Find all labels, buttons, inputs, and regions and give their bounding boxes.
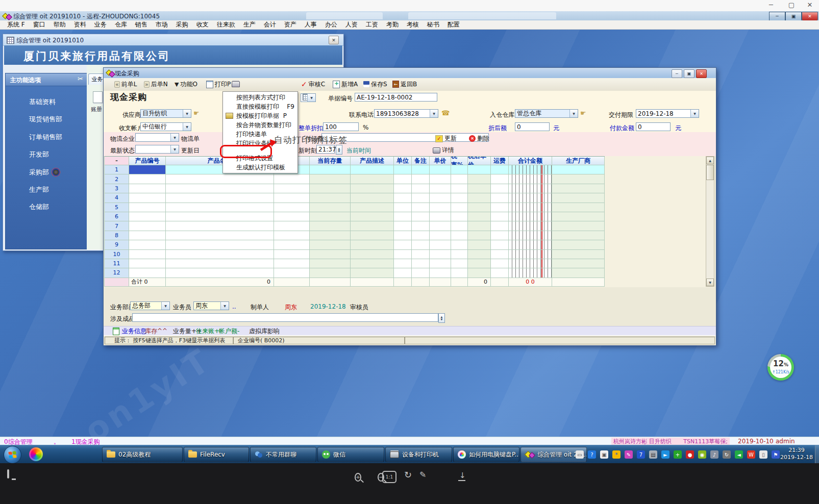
dialog-restore-icon[interactable]: ▣: [684, 69, 694, 78]
cell-r4-c0[interactable]: 4: [105, 193, 129, 203]
scrollbar-thumb[interactable]: [706, 165, 714, 180]
sidebar-item-5[interactable]: 生产部: [6, 185, 87, 195]
cell-r3-c4[interactable]: [310, 184, 351, 193]
cell-r11-c4[interactable]: [310, 259, 351, 268]
cell-r6-c7[interactable]: [412, 212, 430, 221]
taskbar-button-5[interactable]: 如何用电脑键盘P...: [453, 447, 519, 462]
column-header-8[interactable]: 单价: [430, 157, 451, 165]
menubar-item-7[interactable]: 市场: [152, 20, 172, 29]
print-menu-item-8[interactable]: 生成默认打印模板: [223, 163, 297, 172]
cell-r6-c9[interactable]: [451, 212, 468, 221]
taskbar-button-4[interactable]: 设备和打印机: [385, 447, 452, 462]
taskbar-button-3[interactable]: 微信: [317, 447, 384, 462]
cell-r5-c12[interactable]: [509, 203, 552, 212]
outer-minimize-icon[interactable]: ─: [764, 1, 778, 9]
column-header-1[interactable]: 产品编号: [129, 157, 166, 165]
cell-r5-c0[interactable]: 5: [105, 203, 129, 212]
cell-r4-c12[interactable]: [509, 193, 552, 203]
table-scrollbar[interactable]: ▲ ▼: [706, 156, 714, 287]
cell-r6-c11[interactable]: [491, 212, 509, 221]
cell-r6-c4[interactable]: [310, 212, 351, 221]
cell-r11-c8[interactable]: [430, 259, 451, 268]
flash-tray-icon[interactable]: 7: [637, 450, 645, 459]
cell-r5-c6[interactable]: [394, 203, 412, 212]
arrow-tray-icon[interactable]: ►: [661, 450, 669, 459]
cell-r3-c2[interactable]: [166, 184, 274, 193]
cell-r12-c2[interactable]: [166, 268, 274, 278]
flag-tray-icon[interactable]: ⚑: [772, 450, 780, 459]
cell-r6-c0[interactable]: 6: [105, 212, 129, 221]
discounted-field[interactable]: 0: [515, 122, 550, 131]
cell-r9-c8[interactable]: [430, 240, 451, 249]
column-header-5[interactable]: 产品描述: [351, 157, 394, 165]
printer-quick-button[interactable]: [230, 79, 241, 89]
dialog-minimize-icon[interactable]: ─: [672, 69, 682, 78]
screen-icon[interactable]: [7, 470, 9, 477]
cell-r4-c10[interactable]: [468, 193, 491, 203]
update-time-field[interactable]: 21:37: [316, 145, 335, 154]
menubar-item-20[interactable]: 秘书: [423, 20, 443, 29]
cell-r12-c4[interactable]: [310, 268, 351, 278]
cell-r2-c8[interactable]: [430, 174, 451, 184]
cell-r9-c13[interactable]: [552, 240, 605, 249]
cell-r1-c7[interactable]: [412, 165, 430, 174]
cell-r1-c11[interactable]: [491, 165, 509, 174]
menubar-item-0[interactable]: 系统 F: [3, 20, 29, 29]
cell-r4-c2[interactable]: [166, 193, 274, 203]
rotate-icon[interactable]: ↻: [404, 469, 412, 480]
cell-r9-c1[interactable]: [129, 240, 166, 249]
phone-icon[interactable]: ☎: [441, 109, 450, 117]
cell-r5-c9[interactable]: [451, 203, 468, 212]
menubar-item-2[interactable]: 帮助: [49, 20, 70, 29]
cell-r11-c3[interactable]: [274, 259, 310, 268]
cell-r12-c12[interactable]: [509, 268, 552, 278]
cell-r4-c13[interactable]: [552, 193, 605, 203]
cell-r6-c12[interactable]: [509, 212, 552, 221]
cell-r5-c7[interactable]: [412, 203, 430, 212]
cell-r7-c7[interactable]: [412, 221, 430, 231]
save-button[interactable]: 保存S: [362, 79, 389, 89]
status-item-4[interactable]: 帐户额-: [219, 327, 239, 336]
cell-r3-c1[interactable]: [129, 184, 166, 193]
cell-r1-c5[interactable]: [351, 165, 394, 174]
cell-r6-c2[interactable]: [166, 212, 274, 221]
cell-r5-c13[interactable]: [552, 203, 605, 212]
cell-r3-c5[interactable]: [351, 184, 394, 193]
cell-r9-c10[interactable]: [468, 240, 491, 249]
network-speed-badge[interactable]: 12% ↑121K/s: [767, 354, 794, 381]
cell-r4-c6[interactable]: [394, 193, 412, 203]
taskbar-button-0[interactable]: 02高级教程: [102, 447, 183, 462]
cell-r12-c1[interactable]: [129, 268, 166, 278]
cell-r8-c4[interactable]: [310, 231, 351, 240]
cell-r8-c10[interactable]: [468, 231, 491, 240]
cell-r9-c4[interactable]: [310, 240, 351, 249]
cell-r11-c5[interactable]: [351, 259, 394, 268]
spin-down-icon[interactable]: ▼: [338, 150, 340, 153]
cell-r2-c13[interactable]: [552, 174, 605, 184]
dept-combo[interactable]: 总务部▼: [130, 301, 170, 310]
nvidia-tray-icon[interactable]: ◉: [698, 450, 706, 459]
involve-field[interactable]: [132, 313, 438, 322]
cell-r9-c0[interactable]: 9: [105, 240, 129, 249]
print-button[interactable]: 打印P: [205, 79, 232, 89]
cell-r4-c9[interactable]: [451, 193, 468, 203]
cell-r7-c1[interactable]: [129, 221, 166, 231]
menubar-item-8[interactable]: 采购: [172, 20, 192, 29]
cell-r2-c5[interactable]: [351, 174, 394, 184]
cell-r12-c11[interactable]: [491, 268, 509, 278]
menubar-item-19[interactable]: 考核: [403, 20, 423, 29]
pay-field[interactable]: 0: [636, 122, 671, 131]
outer-close-icon[interactable]: ✕: [803, 1, 816, 9]
cell-r8-c12[interactable]: [509, 231, 552, 240]
star-tray-icon[interactable]: *: [612, 450, 621, 459]
cell-r10-c6[interactable]: [394, 250, 412, 259]
cell-r12-c3[interactable]: [274, 268, 310, 278]
cell-r6-c1[interactable]: [129, 212, 166, 221]
dialog-close-icon[interactable]: ✕: [696, 69, 707, 78]
cell-r11-c13[interactable]: [552, 259, 605, 268]
cell-r12-c10[interactable]: [468, 268, 491, 278]
cell-r12-c0[interactable]: 12: [105, 268, 129, 278]
cell-r9-c2[interactable]: [166, 240, 274, 249]
volume-tray-icon[interactable]: ◄: [735, 450, 743, 459]
cell-r3-c10[interactable]: [468, 184, 491, 193]
